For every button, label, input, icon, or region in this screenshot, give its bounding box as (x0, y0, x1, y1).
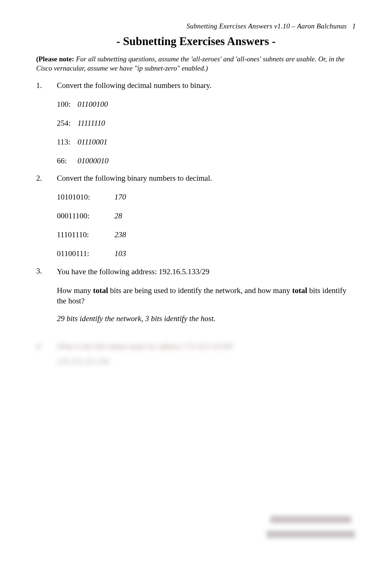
q2-number: 2. (36, 174, 57, 258)
question-2: 2. Convert the following binary numbers … (36, 174, 356, 258)
q3-text-b: bits are being used to identify the netw… (108, 286, 292, 295)
question-4-blurred: 4. What is the full subnet mask for addr… (36, 342, 356, 366)
q4-number: 4. (36, 342, 57, 366)
note-prefix: (Please note: (36, 55, 74, 63)
q1-row-answer: 01100100 (78, 100, 108, 109)
q1-row: 113: 01110001 (57, 137, 356, 147)
q3-text-a: How many (57, 286, 93, 295)
page-number: 1 (352, 22, 356, 30)
question-3: 3. You have the following address: 192.1… (36, 266, 356, 334)
q4-prompt-blurred: What is the full subnet mask for address… (57, 342, 356, 351)
question-1: 1. Convert the following decimal numbers… (36, 81, 356, 166)
q2-row: 01100111: 103 (57, 249, 356, 258)
page-title: - Subnetting Exercises Answers - (36, 35, 356, 48)
q1-row-label: 100: (57, 100, 78, 109)
header-title: Subnetting Exercises Answers v1.10 – Aar… (186, 22, 347, 30)
q4-body: What is the full subnet mask for address… (57, 342, 356, 366)
running-header: Subnetting Exercises Answers v1.10 – Aar… (36, 22, 356, 30)
q3-bold1: total (93, 286, 108, 295)
note-text: For all subnetting questions, assume the… (36, 55, 344, 72)
footer-blurred-line-1 (270, 516, 351, 523)
q2-row-label: 01100111: (57, 249, 114, 258)
footer-blurred-line-2 (267, 531, 355, 538)
q2-row: 00011100: 28 (57, 211, 356, 221)
q3-line2: How many total bits are being used to id… (57, 285, 356, 306)
q3-body: You have the following address: 192.16.5… (57, 266, 356, 334)
q1-row: 100: 01100100 (57, 100, 356, 109)
q1-row: 254: 11111110 (57, 119, 356, 128)
q1-row-answer: 01000010 (78, 156, 109, 166)
q1-body: Convert the following decimal numbers to… (57, 81, 356, 166)
q1-prompt: Convert the following decimal numbers to… (57, 81, 356, 90)
q1-row-label: 254: (57, 119, 78, 128)
q1-row-answer: 11111110 (78, 119, 105, 128)
q2-row-answer: 238 (114, 230, 126, 239)
q3-bold2: total (292, 286, 307, 295)
q1-row-label: 66: (57, 156, 78, 166)
q2-row-answer: 170 (114, 193, 126, 202)
q2-row-label: 00011100: (57, 211, 114, 221)
q3-number: 3. (36, 266, 57, 334)
q1-number: 1. (36, 81, 57, 166)
q2-body: Convert the following binary numbers to … (57, 174, 356, 258)
q2-row-label: 10101010: (57, 193, 114, 202)
q2-row-answer: 28 (114, 211, 122, 221)
q3-answer: 29 bits identify the network, 3 bits ide… (57, 314, 356, 323)
note-block: (Please note: For all subnetting questio… (36, 55, 356, 73)
q4-answer-blurred: 255.255.255.240 (57, 357, 356, 366)
q1-row-label: 113: (57, 137, 78, 147)
q2-row: 11101110: 238 (57, 230, 356, 239)
q2-row-answer: 103 (114, 249, 126, 258)
q3-line1: You have the following address: 192.16.5… (57, 266, 356, 277)
q2-prompt: Convert the following binary numbers to … (57, 174, 356, 183)
q1-row: 66: 01000010 (57, 156, 356, 166)
q2-row-label: 11101110: (57, 230, 114, 239)
q2-row: 10101010: 170 (57, 193, 356, 202)
q1-row-answer: 01110001 (78, 137, 107, 147)
